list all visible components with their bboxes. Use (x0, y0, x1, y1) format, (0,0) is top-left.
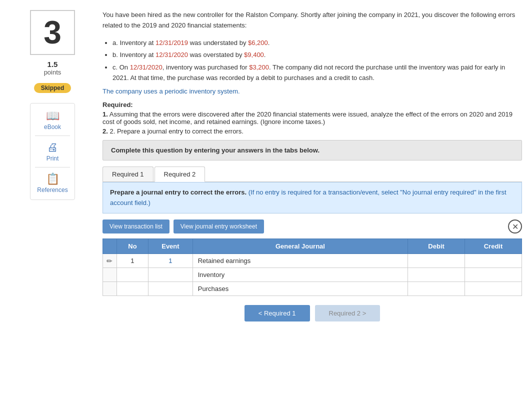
required-1-text: 1. Assuming that the errors were discove… (102, 110, 522, 126)
edit-cell[interactable]: ✏ (103, 254, 117, 268)
credit-header: Credit (465, 239, 522, 254)
row-general-journal[interactable]: Purchases (192, 282, 408, 296)
ebook-icon: 📖 (46, 110, 60, 122)
info-box: Prepare a journal entry to correct the e… (102, 182, 522, 214)
points-label: points (44, 68, 62, 77)
row-event: 1 (148, 254, 193, 268)
sidebar: 3 1.5 points Skipped 📖 eBook 🖨 Print 📋 R… (10, 10, 95, 388)
no-header: No (116, 239, 148, 254)
complete-question-box: Complete this question by entering your … (102, 140, 522, 160)
close-button[interactable]: ✕ (508, 220, 522, 234)
edit-cell (103, 282, 117, 296)
prev-required1-button[interactable]: < Required 1 (244, 305, 310, 322)
table-row: Purchases (103, 282, 522, 296)
action-buttons-row: View transaction list View journal entry… (102, 220, 522, 234)
debit-header: Debit (408, 239, 465, 254)
row-debit[interactable] (408, 254, 465, 268)
row-event (148, 282, 193, 296)
tab-required1[interactable]: Required 1 (102, 166, 154, 182)
table-row: ✏ 1 1 Retained earnings (103, 254, 522, 268)
pencil-icon: ✏ (106, 257, 112, 265)
points-value: 1.5 (44, 60, 62, 68)
intro-text: You have been hired as the new controlle… (102, 10, 522, 31)
required-2-text: 2. 2. Prepare a journal entry to correct… (102, 128, 522, 135)
sidebar-item-print[interactable]: 🖨 Print (42, 138, 64, 165)
table-row: Inventory (103, 268, 522, 282)
row-no (116, 268, 148, 282)
edit-col-header (103, 239, 117, 254)
tabs-row: Required 1 Required 2 (102, 166, 522, 182)
close-icon: ✕ (512, 222, 518, 232)
sidebar-item-references[interactable]: 📋 References (32, 170, 72, 196)
row-credit[interactable] (465, 254, 522, 268)
references-label: References (37, 186, 68, 194)
edit-cell (103, 268, 117, 282)
row-general-journal[interactable]: Inventory (192, 268, 408, 282)
list-item: a. Inventory at 12/31/2019 was understat… (112, 38, 522, 48)
ebook-label: eBook (44, 124, 61, 130)
tab-required2[interactable]: Required 2 (154, 166, 206, 182)
row-debit[interactable] (408, 282, 465, 296)
print-icon: 🖨 (47, 141, 58, 154)
next-required2-button: Required 2 > (315, 305, 380, 322)
print-label: Print (46, 155, 59, 162)
required-section: Required: 1. Assuming that the errors we… (102, 101, 522, 135)
row-general-journal[interactable]: Retained earnings (192, 254, 408, 268)
general-journal-header: General Journal (192, 239, 408, 254)
event-header: Event (148, 239, 193, 254)
row-credit[interactable] (465, 268, 522, 282)
main-content: You have been hired as the new controlle… (95, 10, 522, 388)
inventory-list: a. Inventory at 12/31/2019 was understat… (112, 38, 522, 84)
row-no (116, 282, 148, 296)
required-label: Required: (102, 101, 522, 108)
tool-divider-1 (35, 136, 70, 136)
nav-buttons-row: < Required 1 Required 2 > (102, 305, 522, 322)
sidebar-tools: 📖 eBook 🖨 Print 📋 References (30, 103, 75, 200)
view-journal-button[interactable]: View journal entry worksheet (174, 220, 264, 234)
references-icon: 📋 (46, 172, 60, 186)
row-credit[interactable] (465, 282, 522, 296)
list-item: c. On 12/31/2020, inventory was purchase… (112, 62, 522, 84)
journal-table-wrapper: No Event General Journal Debit Credit ✏ … (102, 238, 522, 296)
sidebar-item-ebook[interactable]: 📖 eBook (39, 106, 66, 134)
skipped-badge: Skipped (34, 83, 72, 93)
tool-divider-2 (35, 167, 70, 168)
question-number-box: 3 (30, 10, 75, 55)
question-number: 3 (44, 14, 62, 51)
view-transaction-button[interactable]: View transaction list (102, 220, 170, 234)
row-no: 1 (116, 254, 148, 268)
journal-table: No Event General Journal Debit Credit ✏ … (102, 238, 522, 296)
row-debit[interactable] (408, 268, 465, 282)
periodic-text: The company uses a periodic inventory sy… (102, 88, 522, 95)
list-item: b. Inventory at 12/31/2020 was overstate… (112, 50, 522, 60)
row-event (148, 268, 193, 282)
